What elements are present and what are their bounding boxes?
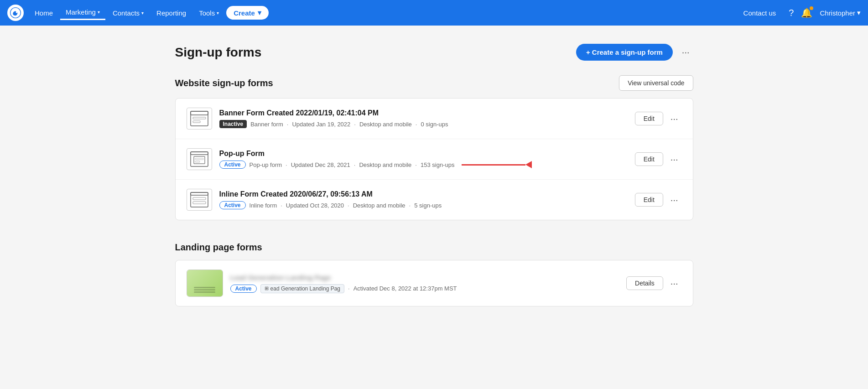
svg-rect-6 [191, 152, 208, 166]
page-indicator-icon: ⊞ [265, 285, 269, 291]
red-arrow-annotation [462, 161, 532, 168]
create-chevron-icon: ▾ [258, 9, 261, 17]
landing-form-page-indicator: ⊞ ead Generation Landing Pag [260, 284, 344, 293]
website-forms-list: Banner Form Created 2022/01/19, 02:41:04… [175, 98, 693, 220]
table-row: Inline Form Created 2020/06/27, 09:56:13… [176, 180, 693, 220]
nav-home[interactable]: Home [29, 6, 58, 20]
help-button[interactable]: ? [789, 8, 794, 18]
banner-form-icon [187, 108, 212, 130]
nav-reporting[interactable]: Reporting [151, 6, 192, 20]
table-row: Lead Generation Landing Page Active ⊞ ea… [176, 260, 693, 306]
popup-form-more-button[interactable]: ··· [667, 152, 682, 166]
thumbnail-form-lines [194, 287, 215, 293]
inline-form-actions: Edit ··· [635, 193, 682, 207]
landing-form-meta: Active ⊞ ead Generation Landing Pag · Ac… [230, 284, 619, 293]
landing-form-activated: Activated Dec 8, 2022 at 12:37pm MST [353, 285, 457, 292]
landing-section-header: Landing page forms [175, 242, 693, 253]
banner-form-device: Desktop and mobile [359, 121, 412, 128]
marketing-chevron-icon: ▾ [98, 10, 100, 15]
inline-form-edit-button[interactable]: Edit [635, 193, 663, 207]
svg-rect-8 [194, 156, 205, 164]
navbar: Home Marketing ▾ Contacts ▾ Reporting To… [0, 0, 868, 26]
inline-form-updated: Updated Oct 28, 2020 [286, 202, 344, 209]
website-section-header: Website sign-up forms View universal cod… [175, 75, 693, 91]
popup-form-info: Pop-up Form Active Pop-up form · Updated… [219, 150, 628, 169]
banner-form-signups: 0 sign-ups [421, 121, 448, 128]
banner-form-actions: Edit ··· [635, 112, 682, 126]
popup-form-type: Pop-up form [249, 161, 282, 168]
popup-form-signups: 153 sign-ups [421, 161, 454, 168]
nav-marketing[interactable]: Marketing ▾ [60, 5, 105, 20]
table-row: Banner Form Created 2022/01/19, 02:41:04… [176, 99, 693, 139]
contact-us-link[interactable]: Contact us [738, 6, 782, 20]
page-container: Sign-up forms + Create a sign-up form ··… [161, 44, 708, 306]
landing-form-actions: Details ··· [626, 276, 681, 290]
popup-form-updated: Updated Dec 28, 2021 [291, 161, 350, 168]
svg-rect-5 [193, 121, 200, 123]
nav-tools[interactable]: Tools ▾ [193, 6, 224, 20]
notifications-button[interactable]: 🔔 [801, 7, 812, 18]
inline-form-signups: 5 sign-ups [414, 202, 442, 209]
page-title: Sign-up forms [175, 45, 262, 60]
popup-form-meta: Active Pop-up form · Updated Dec 28, 202… [219, 161, 628, 169]
svg-rect-4 [193, 117, 206, 119]
nav-right-section: Contact us ? 🔔 Christopher ▾ [738, 6, 861, 20]
landing-form-info: Lead Generation Landing Page Active ⊞ ea… [230, 274, 619, 293]
svg-rect-13 [193, 197, 206, 200]
inline-form-info: Inline Form Created 2020/06/27, 09:56:13… [219, 190, 628, 209]
inline-form-more-button[interactable]: ··· [667, 193, 682, 207]
inline-form-icon [187, 189, 212, 211]
landing-form-name: Lead Generation Landing Page [230, 274, 619, 281]
landing-forms-list: Lead Generation Landing Page Active ⊞ ea… [175, 260, 693, 306]
svg-rect-3 [191, 111, 208, 115]
banner-form-updated: Updated Jan 19, 2022 [292, 121, 350, 128]
page-header: Sign-up forms + Create a sign-up form ··… [175, 44, 693, 61]
page-more-button[interactable]: ··· [678, 45, 693, 59]
inline-form-status-badge: Active [219, 201, 246, 209]
notification-dot [810, 6, 813, 10]
popup-form-status-badge: Active [219, 161, 246, 169]
landing-form-thumbnail [187, 270, 223, 297]
banner-form-meta: Inactive Banner form · Updated Jan 19, 2… [219, 120, 628, 128]
svg-rect-10 [195, 161, 200, 162]
banner-form-edit-button[interactable]: Edit [635, 112, 663, 125]
landing-form-details-button[interactable]: Details [626, 276, 663, 290]
popup-form-device: Desktop and mobile [359, 161, 411, 168]
view-universal-code-button[interactable]: View universal code [619, 75, 693, 91]
user-name: Christopher [820, 9, 855, 17]
banner-form-name: Banner Form Created 2022/01/19, 02:41:04… [219, 109, 628, 117]
tools-chevron-icon: ▾ [217, 10, 219, 16]
inline-form-device: Desktop and mobile [353, 202, 405, 209]
banner-form-type: Banner form [250, 121, 283, 128]
create-button[interactable]: Create ▾ [226, 6, 269, 20]
inline-form-meta: Active Inline form · Updated Oct 28, 202… [219, 201, 628, 209]
svg-rect-7 [191, 152, 208, 155]
banner-form-more-button[interactable]: ··· [667, 112, 682, 126]
thumbnail-line [194, 287, 215, 288]
nav-contacts[interactable]: Contacts ▾ [107, 6, 149, 20]
popup-form-edit-button[interactable]: Edit [635, 152, 663, 166]
banner-form-status-badge: Inactive [219, 120, 247, 128]
landing-forms-section: Landing page forms Lead Generation Landi… [175, 242, 693, 306]
table-row: Pop-up Form Active Pop-up form · Updated… [176, 139, 693, 180]
arrow-head [525, 161, 532, 168]
popup-form-name: Pop-up Form [219, 150, 628, 158]
landing-section-title: Landing page forms [175, 242, 262, 253]
inline-form-name: Inline Form Created 2020/06/27, 09:56:13… [219, 190, 628, 198]
landing-form-more-button[interactable]: ··· [667, 276, 682, 290]
thumbnail-preview [187, 270, 223, 296]
user-menu[interactable]: Christopher ▾ [820, 9, 861, 17]
contacts-chevron-icon: ▾ [141, 10, 144, 16]
svg-point-1 [16, 11, 18, 13]
arrow-line [462, 164, 525, 166]
svg-rect-12 [191, 192, 208, 195]
website-forms-section: Website sign-up forms View universal cod… [175, 75, 693, 220]
popup-form-icon [187, 148, 212, 170]
create-button-label: Create [234, 9, 255, 17]
svg-rect-9 [195, 158, 203, 160]
inline-form-type: Inline form [249, 202, 277, 209]
app-logo[interactable] [7, 5, 24, 21]
website-section-title: Website sign-up forms [175, 78, 273, 88]
landing-form-status-badge: Active [230, 285, 257, 293]
create-signup-form-button[interactable]: + Create a sign-up form [576, 44, 673, 61]
